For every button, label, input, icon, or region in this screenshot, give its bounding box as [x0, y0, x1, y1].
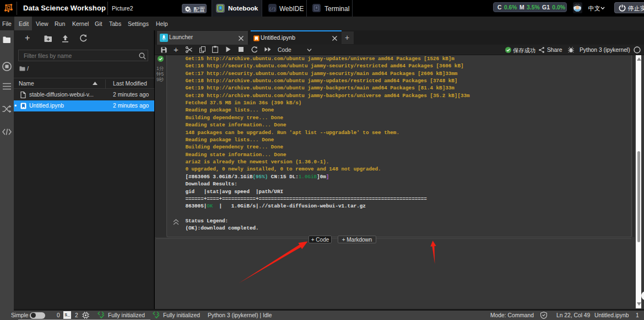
svg-text:(/): (/) [269, 7, 276, 11]
